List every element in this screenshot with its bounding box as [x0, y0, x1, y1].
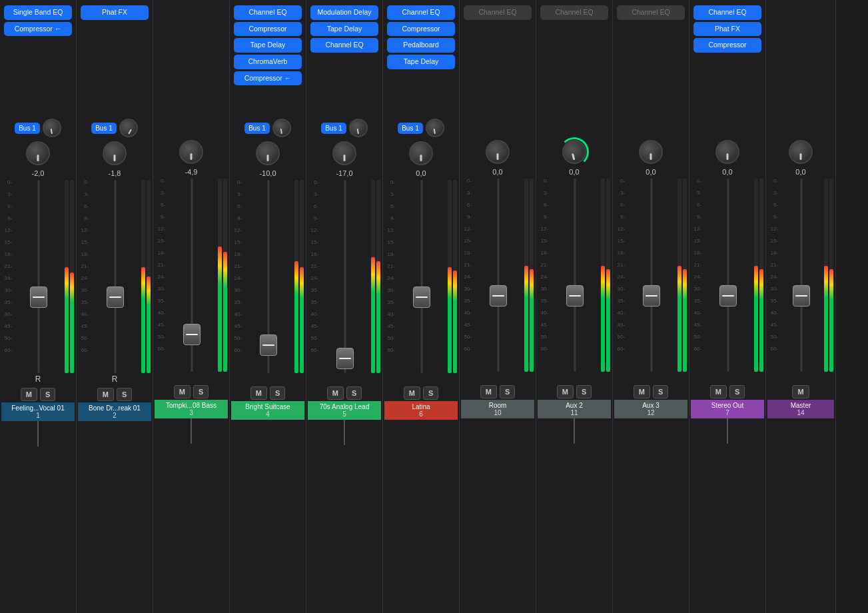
- fader-section: 0-3-6-9-12-15-18-21-24-30-35-40-45-50-60…: [767, 179, 834, 372]
- scale-label: 12-: [234, 228, 242, 240]
- plugin-button[interactable]: Compressor ←: [4, 22, 72, 37]
- solo-button[interactable]: S: [423, 386, 438, 400]
- fader-handle[interactable]: [719, 285, 737, 306]
- plugin-button[interactable]: Compressor ←: [234, 71, 302, 86]
- mute-button[interactable]: M: [557, 385, 574, 398]
- volume-knob[interactable]: [562, 140, 586, 164]
- scale-label: 9-: [7, 216, 12, 228]
- scale-label: 24-: [693, 275, 701, 287]
- plugin-button[interactable]: Tape Delay: [387, 55, 455, 69]
- fader-handle[interactable]: [183, 324, 201, 345]
- scale-label: 35-: [617, 299, 625, 310]
- fader-handle[interactable]: [490, 285, 507, 306]
- main-knob-container: [714, 139, 741, 165]
- main-knob-container: [101, 140, 128, 167]
- plugin-button[interactable]: ChromaVerb: [234, 55, 302, 69]
- fader-col: [626, 179, 677, 372]
- fader-handle[interactable]: [336, 348, 354, 369]
- scale-label: 45-: [234, 324, 242, 336]
- volume-knob[interactable]: [332, 141, 356, 165]
- fader-handle[interactable]: [566, 285, 584, 306]
- scale-label: 24-: [387, 276, 395, 288]
- plugin-button[interactable]: Compressor: [693, 38, 761, 53]
- solo-button[interactable]: S: [193, 385, 209, 398]
- mute-button[interactable]: M: [792, 385, 809, 398]
- bus-row: Bus 1: [1, 119, 75, 137]
- plugin-button[interactable]: Pedalboard: [387, 38, 455, 53]
- fader-handle[interactable]: [793, 285, 810, 306]
- plugin-button[interactable]: Channel EQ: [693, 5, 761, 20]
- volume-knob[interactable]: [486, 140, 510, 164]
- plugin-button[interactable]: Compressor: [387, 22, 455, 37]
- channel-label-bar: Bright Suitcase4: [231, 401, 304, 420]
- pan-knob[interactable]: [426, 119, 444, 137]
- pan-knob[interactable]: [43, 119, 61, 137]
- scale-label: 21-: [387, 264, 395, 276]
- solo-button[interactable]: S: [270, 386, 285, 400]
- meter-fill: [824, 266, 828, 372]
- meter-fill: [147, 277, 151, 373]
- bus-button[interactable]: Bus 1: [244, 123, 270, 134]
- mute-button[interactable]: M: [97, 388, 114, 401]
- volume-knob[interactable]: [715, 140, 739, 164]
- volume-knob[interactable]: [639, 140, 663, 164]
- plugin-button[interactable]: Channel EQ: [234, 5, 302, 20]
- scale-label: 30-: [693, 287, 701, 299]
- fader-handle[interactable]: [643, 285, 660, 306]
- bus-button[interactable]: Bus 1: [398, 123, 423, 134]
- solo-button[interactable]: S: [346, 386, 362, 400]
- mute-button[interactable]: M: [710, 385, 727, 398]
- solo-button[interactable]: S: [500, 385, 515, 398]
- mute-button[interactable]: M: [250, 386, 267, 400]
- plugin-button[interactable]: Phat FX: [81, 5, 149, 20]
- plugin-button[interactable]: Channel EQ: [387, 5, 455, 20]
- volume-knob[interactable]: [409, 141, 433, 165]
- scale-label: 40-: [617, 310, 625, 322]
- solo-button[interactable]: S: [576, 385, 592, 398]
- solo-button[interactable]: S: [729, 385, 745, 398]
- fader-handle[interactable]: [30, 287, 47, 308]
- fader-handle[interactable]: [107, 287, 124, 308]
- pan-knob[interactable]: [349, 119, 368, 137]
- plugin-button[interactable]: Channel EQ: [310, 38, 378, 53]
- scale-label: 0-: [390, 180, 395, 192]
- plugin-button[interactable]: Modulation Delay: [310, 5, 378, 20]
- volume-knob[interactable]: [789, 140, 813, 164]
- scale-label: 18-: [81, 252, 89, 264]
- mute-button[interactable]: M: [404, 386, 420, 400]
- plugin-button-disabled[interactable]: Channel EQ: [540, 5, 608, 20]
- volume-knob[interactable]: [103, 141, 127, 165]
- plugin-button[interactable]: Compressor: [234, 22, 302, 37]
- fader-col: [779, 179, 823, 372]
- bus-button[interactable]: Bus 1: [15, 123, 40, 134]
- fader-section: 0-3-6-9-12-15-18-21-24-30-35-40-45-50-60…: [1, 180, 75, 373]
- scale-label: 15-: [81, 240, 89, 252]
- fader-rail: [421, 180, 423, 373]
- pan-knob[interactable]: [272, 119, 291, 137]
- pan-knob[interactable]: [119, 119, 138, 137]
- plugin-button-disabled[interactable]: Channel EQ: [464, 5, 532, 20]
- mute-button[interactable]: M: [21, 388, 37, 401]
- mute-button[interactable]: M: [634, 385, 650, 398]
- volume-knob[interactable]: [26, 141, 50, 165]
- fader-handle[interactable]: [413, 287, 430, 308]
- meter-fill: [300, 267, 304, 374]
- bus-button[interactable]: Bus 1: [321, 123, 346, 134]
- mute-button[interactable]: M: [327, 386, 344, 400]
- volume-knob[interactable]: [179, 140, 203, 164]
- plugin-button-disabled[interactable]: Channel EQ: [617, 5, 685, 20]
- volume-knob[interactable]: [256, 141, 280, 165]
- bus-button[interactable]: Bus 1: [91, 123, 117, 134]
- plugin-button[interactable]: Phat FX: [693, 22, 761, 37]
- plugin-button[interactable]: Single Band EQ: [4, 5, 72, 20]
- plugin-button[interactable]: Tape Delay: [310, 22, 378, 37]
- plugin-button[interactable]: Tape Delay: [234, 38, 302, 53]
- solo-button[interactable]: S: [117, 388, 132, 401]
- fader-handle[interactable]: [260, 334, 277, 356]
- solo-button[interactable]: S: [653, 385, 668, 398]
- scale-label: 40-: [4, 312, 12, 324]
- mute-button[interactable]: M: [174, 385, 191, 398]
- solo-button[interactable]: S: [40, 388, 55, 401]
- mute-button[interactable]: M: [480, 385, 497, 398]
- scale-label: 6-: [390, 204, 395, 216]
